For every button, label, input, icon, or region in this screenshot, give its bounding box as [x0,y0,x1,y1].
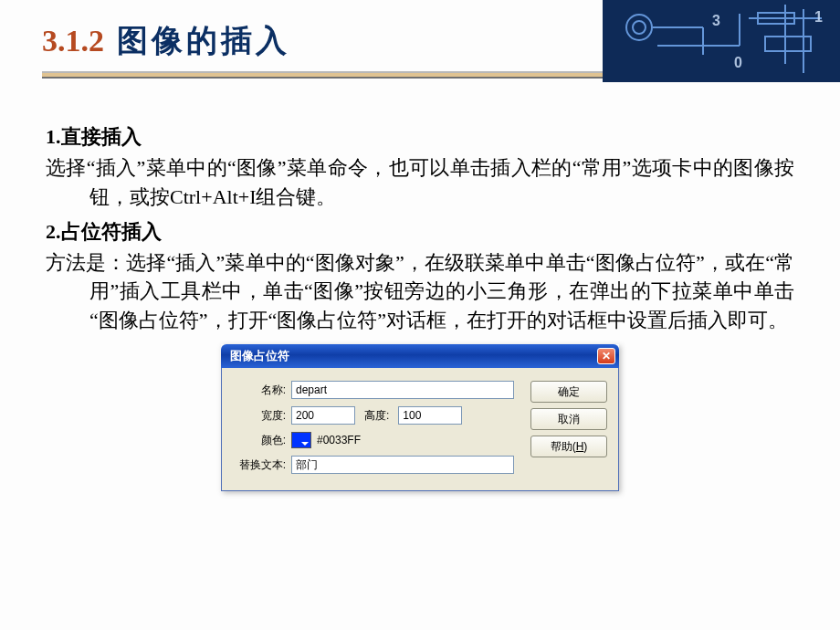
dialog-body: 名称: depart 宽度: 200 高度: 100 颜色: #0033FF 替… [221,368,619,491]
alt-text-field[interactable]: 部门 [291,456,514,474]
label-height: 高度: [364,408,389,424]
subheading-1: 1.直接插入 [46,122,794,152]
heading-divider [42,71,798,80]
dialog-title: 图像占位符 [230,348,289,364]
label-name: 名称: [233,383,286,398]
color-hex-value: #0033FF [317,434,361,446]
section-number: 3.1.2 [42,24,104,58]
dialog-titlebar[interactable]: 图像占位符 ✕ [221,344,619,368]
cancel-button[interactable]: 取消 [530,408,607,430]
help-button-prefix: 帮助( [551,439,576,455]
paragraph-1: 选择“插入”菜单中的“图像”菜单命令，也可以单击插入栏的“常用”选项卡中的图像按… [46,153,794,212]
height-field[interactable]: 100 [398,406,462,425]
subheading-2: 2.占位符插入 [46,217,794,247]
help-button-suffix: ) [583,440,587,453]
label-color: 颜色: [233,433,286,448]
image-placeholder-dialog: 图像占位符 ✕ 名称: depart 宽度: 200 高度: 100 颜色: [221,344,619,491]
close-icon[interactable]: ✕ [597,348,615,364]
name-field[interactable]: depart [291,381,514,399]
ok-button[interactable]: 确定 [530,381,607,403]
label-alt-text: 替换文本: [233,457,286,473]
color-swatch[interactable] [291,432,311,448]
width-field[interactable]: 200 [291,406,355,425]
slide: 3.1.2 图像的插入 1.直接插入 选择“插入”菜单中的“图像”菜单命令，也可… [0,0,840,491]
body-text: 1.直接插入 选择“插入”菜单中的“图像”菜单命令，也可以单击插入栏的“常用”选… [42,122,798,335]
help-button[interactable]: 帮助(H) [530,436,607,457]
help-button-key: H [576,440,584,453]
label-width: 宽度: [233,408,286,424]
paragraph-2: 方法是：选择“插入”菜单中的“图像对象”，在级联菜单中单击“图像占位符”，或在“… [46,248,794,336]
section-heading: 3.1.2 图像的插入 [42,20,798,62]
section-title: 图像的插入 [117,20,290,62]
